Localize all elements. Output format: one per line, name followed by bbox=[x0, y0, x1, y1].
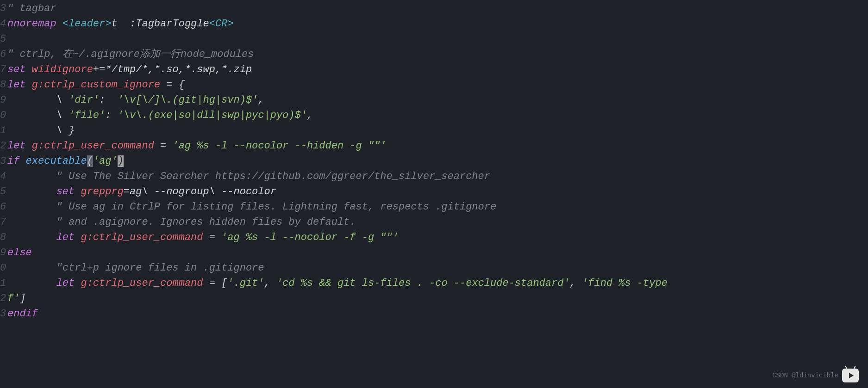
code-line: 0 \ 'file': '\v\.(exe|so|dll|swp|pyc|pyo… bbox=[0, 108, 868, 123]
string-ag: 'ag' bbox=[93, 155, 118, 167]
code-editor[interactable]: 3 " tagbar 4 nnoremap <leader>t :TagbarT… bbox=[0, 1, 868, 321]
string-git: '.git' bbox=[227, 277, 264, 289]
watermark: CSDN @ldinvicible bbox=[772, 369, 859, 382]
line-number: 6 bbox=[0, 47, 7, 62]
line-number: 8 bbox=[0, 230, 7, 245]
line-number: 7 bbox=[0, 62, 7, 77]
matching-paren-open: ( bbox=[87, 155, 93, 167]
string-find-cmd: 'find %s -type bbox=[582, 277, 674, 289]
option-grepprg: grepprg bbox=[81, 186, 123, 197]
bilibili-icon bbox=[842, 369, 859, 382]
code-line: 6 " ctrlp, 在~/.agignore添加一行node_modules bbox=[0, 47, 868, 62]
cursor-position: ) bbox=[118, 155, 124, 167]
keyword-nnoremap: nnoremap bbox=[7, 18, 56, 30]
line-number: 1 bbox=[0, 276, 7, 291]
keyword-let: let bbox=[7, 79, 26, 91]
keyword-let: let bbox=[56, 232, 75, 243]
code-line: 3 if executable('ag') bbox=[0, 154, 868, 169]
cr-key: <CR> bbox=[209, 18, 234, 30]
watermark-text: CSDN @ldinvicible bbox=[772, 371, 838, 381]
map-leader: <leader> bbox=[62, 18, 112, 30]
keyword-let: let bbox=[7, 140, 26, 152]
var-ctrlp-user-command: g:ctrlp_user_command bbox=[32, 140, 154, 152]
line-number: 2 bbox=[0, 291, 7, 306]
code-line: 3 " tagbar bbox=[0, 1, 868, 16]
line-number: 9 bbox=[0, 92, 7, 108]
code-line: 5 set grepprg=ag\ --nogroup\ --nocolor bbox=[0, 184, 868, 199]
line-number: 3 bbox=[0, 154, 7, 169]
line-number: 7 bbox=[0, 215, 7, 230]
option-wildignore: wildignore bbox=[32, 64, 93, 75]
comment: " Use ag in CtrlP for listing files. Lig… bbox=[7, 201, 496, 213]
code-line: 9 \ 'dir': '\v[\/]\.(git|hg|svn)$', bbox=[0, 92, 868, 108]
keyword-set: set bbox=[7, 64, 26, 75]
code-line: 7 set wildignore+=*/tmp/*,*.so,*.swp,*.z… bbox=[0, 62, 868, 77]
string-ag-cmd: 'ag %s -l --nocolor --hidden -g ""' bbox=[172, 140, 386, 152]
string-find-cmd-cont: f' bbox=[7, 293, 19, 304]
line-number: 2 bbox=[0, 138, 7, 154]
comment: "ctrl+p ignore files in .gitignore bbox=[7, 262, 264, 274]
comment: " and .agignore. Ignores hidden files by… bbox=[7, 216, 356, 228]
line-number: 8 bbox=[0, 77, 7, 92]
keyword-let: let bbox=[56, 277, 75, 289]
line-number: 4 bbox=[0, 169, 7, 184]
code-line: 5 bbox=[0, 31, 868, 47]
string-cd-cmd: 'cd %s && git ls-files . -co --exclude-s… bbox=[276, 277, 570, 289]
regex-dir: '\v[\/]\.(git|hg|svn)$' bbox=[118, 94, 258, 106]
line-number: 0 bbox=[0, 260, 7, 276]
code-line: 9 else bbox=[0, 245, 868, 260]
code-line: 8 let g:ctrlp_custom_ignore = { bbox=[0, 77, 868, 92]
code-line: 0 "ctrl+p ignore files in .gitignore bbox=[0, 260, 868, 276]
code-line: 1 let g:ctrlp_user_command = ['.git', 'c… bbox=[0, 276, 868, 291]
dict-key-dir: 'dir' bbox=[69, 94, 99, 106]
keyword-set: set bbox=[56, 186, 75, 197]
line-number: 1 bbox=[0, 123, 7, 138]
code-line: 1 \ } bbox=[0, 123, 868, 138]
line-number: 4 bbox=[0, 16, 7, 31]
string-ag-cmd2: 'ag %s -l --nocolor -f -g ""' bbox=[221, 232, 399, 243]
code-line: 8 let g:ctrlp_user_command = 'ag %s -l -… bbox=[0, 230, 868, 245]
keyword-else: else bbox=[7, 247, 32, 259]
line-number: 3 bbox=[0, 1, 7, 16]
fn-executable: executable bbox=[26, 155, 87, 167]
var-ctrlp-user-command: g:ctrlp_user_command bbox=[81, 277, 203, 289]
code-line: 2 f'] bbox=[0, 291, 868, 306]
keyword-if: if bbox=[7, 155, 19, 167]
var-ctrlp-user-command: g:ctrlp_user_command bbox=[81, 232, 203, 243]
regex-file: '\v\.(exe|so|dll|swp|pyc|pyo)$' bbox=[118, 110, 307, 121]
code-line: 6 " Use ag in CtrlP for listing files. L… bbox=[0, 199, 868, 215]
line-number: 5 bbox=[0, 31, 7, 47]
code-line: 4 nnoremap <leader>t :TagbarToggle<CR> bbox=[0, 16, 868, 31]
line-number: 3 bbox=[0, 306, 7, 321]
code-line: 3 endif bbox=[0, 306, 868, 321]
comment: " Use The Silver Searcher https://github… bbox=[7, 171, 490, 182]
code-line: 2 let g:ctrlp_user_command = 'ag %s -l -… bbox=[0, 138, 868, 154]
comment: " tagbar bbox=[7, 3, 56, 14]
line-number: 9 bbox=[0, 245, 7, 260]
code-line: 7 " and .agignore. Ignores hidden files … bbox=[0, 215, 868, 230]
code-line: 4 " Use The Silver Searcher https://gith… bbox=[0, 169, 868, 184]
var-ctrlp-custom-ignore: g:ctrlp_custom_ignore bbox=[32, 79, 160, 91]
comment: " ctrlp, 在~/.agignore添加一行node_modules bbox=[7, 49, 254, 60]
line-number: 0 bbox=[0, 108, 7, 123]
line-number: 5 bbox=[0, 184, 7, 199]
line-number: 6 bbox=[0, 199, 7, 215]
dict-key-file: 'file' bbox=[69, 110, 105, 121]
keyword-endif: endif bbox=[7, 308, 38, 320]
